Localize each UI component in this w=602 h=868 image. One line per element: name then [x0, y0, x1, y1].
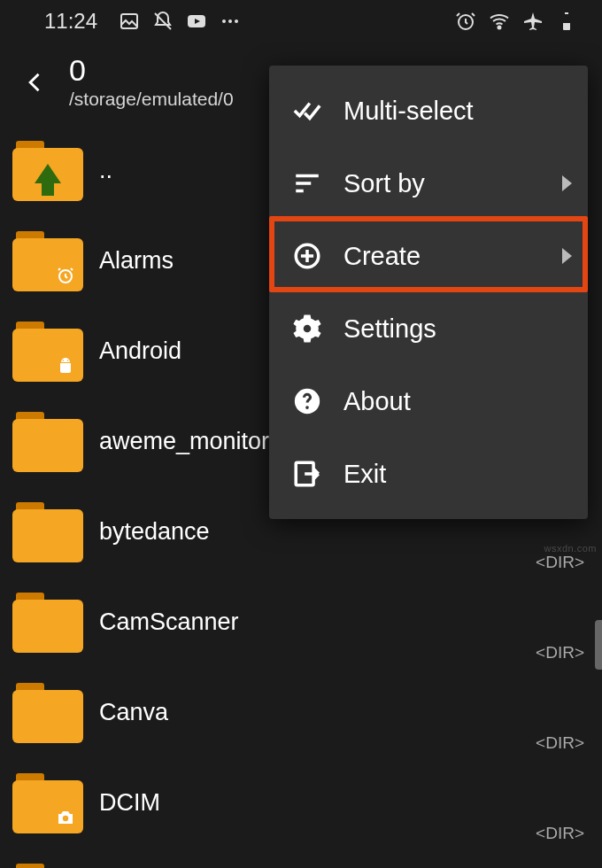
youtube-icon	[186, 11, 207, 32]
dir-tag: <DIR>	[536, 643, 584, 663]
create-icon	[292, 241, 322, 271]
airplane-icon	[522, 11, 544, 32]
list-item[interactable]: Canva<DIR>	[0, 668, 602, 758]
multi-select-icon	[292, 96, 322, 126]
svg-point-13	[63, 815, 68, 820]
sort-icon	[292, 168, 322, 198]
page-path: /storage/emulated/0	[69, 89, 234, 110]
folder-icon	[12, 773, 83, 833]
svg-point-11	[63, 360, 65, 361]
more-dots-icon	[220, 11, 241, 32]
android-icon	[55, 355, 76, 376]
dir-tag: <DIR>	[536, 824, 584, 843]
svg-point-18	[305, 406, 309, 409]
watermark: wsxdn.com	[544, 543, 597, 554]
battery-icon	[556, 11, 577, 32]
folder-icon	[12, 502, 83, 562]
menu-item-exit[interactable]: Exit	[269, 438, 588, 510]
list-item[interactable]: CamScanner<DIR>	[0, 577, 602, 668]
menu-item-create[interactable]: Create	[269, 220, 588, 292]
menu-item-label: Create	[343, 242, 570, 271]
svg-point-6	[498, 27, 501, 29]
file-name: DCIM	[99, 789, 160, 817]
folder-icon	[12, 412, 83, 472]
menu-item-label: Settings	[343, 314, 570, 344]
list-item[interactable]: DCIM<DIR>	[0, 758, 602, 849]
svg-point-12	[67, 360, 69, 361]
file-name: Alarms	[99, 247, 174, 275]
folder-icon	[12, 593, 83, 653]
menu-item-label: Exit	[343, 460, 570, 489]
file-name: bytedance	[99, 518, 210, 546]
svg-point-3	[228, 19, 232, 23]
svg-point-4	[235, 19, 238, 23]
chevron-right-icon	[562, 248, 572, 264]
chevron-right-icon	[562, 175, 572, 191]
bell-off-icon	[152, 11, 174, 32]
menu-item-sort[interactable]: Sort by	[269, 147, 588, 220]
settings-icon	[292, 314, 322, 344]
menu-item-label: Multi-select	[343, 97, 570, 126]
list-item[interactable]: Download	[0, 849, 602, 868]
svg-point-16	[304, 325, 312, 333]
folder-icon	[12, 322, 83, 382]
menu-item-settings[interactable]: Settings	[269, 292, 588, 365]
overflow-menu: Multi-selectSort byCreateSettingsAboutEx…	[269, 66, 588, 519]
svg-rect-9	[563, 14, 570, 23]
file-name: Android	[99, 337, 181, 365]
status-time: 11:24	[44, 9, 97, 34]
dir-tag: <DIR>	[536, 733, 584, 753]
menu-item-label: Sort by	[343, 169, 570, 198]
svg-rect-8	[565, 12, 568, 14]
about-icon	[292, 386, 322, 416]
back-button[interactable]	[19, 61, 51, 104]
alarm-icon	[455, 11, 476, 32]
exit-icon	[292, 459, 322, 489]
folder-icon	[12, 231, 83, 291]
file-name: Canva	[99, 699, 168, 726]
menu-item-label: About	[343, 387, 570, 416]
menu-item-multi-select[interactable]: Multi-select	[269, 74, 588, 147]
status-bar: 11:24	[0, 0, 602, 43]
menu-item-about[interactable]: About	[269, 365, 588, 438]
image-icon	[119, 11, 140, 32]
dir-tag: <DIR>	[536, 553, 584, 572]
file-name: CamScanner	[99, 608, 239, 636]
scroll-indicator[interactable]	[595, 620, 602, 670]
folder-icon	[12, 683, 83, 743]
folder-icon	[12, 141, 83, 201]
clock-icon	[55, 265, 76, 286]
folder-icon	[12, 864, 83, 868]
svg-point-2	[222, 19, 226, 23]
title-block[interactable]: 0 /storage/emulated/0	[69, 55, 234, 110]
status-left: 11:24	[44, 9, 241, 34]
status-right	[455, 11, 577, 32]
wifi-icon	[489, 11, 510, 32]
file-name: aweme_monitor	[99, 428, 269, 455]
camera-icon	[55, 807, 76, 828]
file-name: ..	[99, 157, 112, 184]
page-title: 0	[69, 55, 234, 87]
